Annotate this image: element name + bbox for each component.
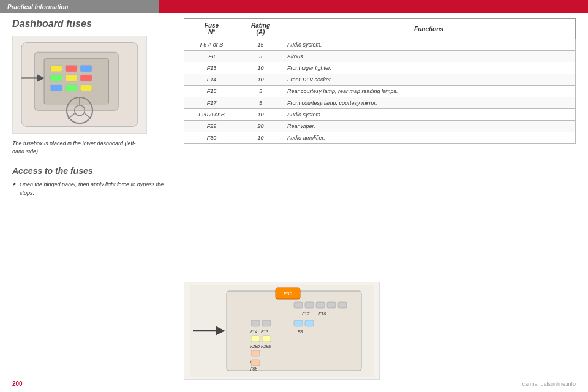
svg-rect-11 bbox=[80, 85, 92, 91]
table-row: F175Front courtesy lamp, courtesy mirror… bbox=[184, 97, 576, 109]
fuse-table-container: FuseN° Rating(A) Functions F6 A or B15Au… bbox=[184, 18, 576, 144]
cell-functions: Rear wiper. bbox=[282, 121, 576, 132]
cell-rating: 20 bbox=[239, 121, 282, 132]
cell-functions: Front courtesy lamp, courtesy mirror. bbox=[282, 97, 576, 109]
cell-rating: 15 bbox=[239, 39, 282, 51]
svg-rect-38 bbox=[262, 336, 271, 342]
cell-fuse: F13 bbox=[184, 62, 239, 74]
cell-functions: Audio system. bbox=[282, 109, 576, 121]
table-row: F6 A or B15Audio system. bbox=[184, 39, 576, 51]
cell-rating: 10 bbox=[239, 62, 282, 74]
table-header-row: FuseN° Rating(A) Functions bbox=[184, 19, 576, 39]
table-row: F20 A or B10Audio system. bbox=[184, 109, 576, 121]
cell-fuse: F14 bbox=[184, 74, 239, 86]
top-bar: Practical Information bbox=[0, 0, 588, 13]
svg-text:F28a: F28a bbox=[261, 344, 271, 349]
svg-rect-31 bbox=[294, 320, 303, 326]
svg-rect-32 bbox=[305, 320, 314, 326]
svg-text:F30: F30 bbox=[284, 291, 292, 296]
cell-rating: 10 bbox=[239, 74, 282, 86]
table-row: F85Airous. bbox=[184, 51, 576, 62]
svg-rect-29 bbox=[251, 320, 260, 326]
col-functions-header: Functions bbox=[282, 19, 576, 39]
cell-fuse: F17 bbox=[184, 97, 239, 109]
bottom-fuse-diagram: F30 F17 F16 F14 F13 F8 F28b F28a F6a F6b bbox=[190, 285, 374, 377]
page-number: 200 bbox=[12, 380, 23, 387]
cell-fuse: F6 A or B bbox=[184, 39, 239, 51]
svg-rect-6 bbox=[51, 75, 62, 81]
left-column: Dashboard fuses bbox=[12, 18, 172, 199]
svg-text:F17: F17 bbox=[302, 312, 310, 316]
cell-functions: Audio system. bbox=[282, 39, 576, 51]
table-row: F2920Rear wiper. bbox=[184, 121, 576, 132]
col-rating-header: Rating(A) bbox=[239, 19, 282, 39]
svg-rect-30 bbox=[262, 320, 271, 326]
cell-fuse: F15 bbox=[184, 86, 239, 97]
fuse-image-caption: The fusebox is placed in the lower dashb… bbox=[12, 140, 147, 155]
accent-bar bbox=[159, 0, 588, 13]
svg-rect-9 bbox=[51, 85, 62, 91]
fuse-box-illustration bbox=[13, 36, 146, 133]
bottom-website: carmanualsonline.info bbox=[522, 381, 576, 387]
access-bullet-list: Open the hinged panel, then apply light … bbox=[12, 181, 172, 197]
access-bullet-item: Open the hinged panel, then apply light … bbox=[12, 181, 172, 197]
svg-rect-22 bbox=[294, 302, 303, 308]
cell-functions: Airous. bbox=[282, 51, 576, 62]
svg-rect-26 bbox=[338, 302, 347, 308]
cell-rating: 10 bbox=[239, 109, 282, 121]
svg-rect-42 bbox=[251, 360, 260, 366]
table-row: F1310Front cigar lighter. bbox=[184, 62, 576, 74]
svg-text:F13: F13 bbox=[261, 330, 268, 334]
svg-text:F16: F16 bbox=[318, 312, 326, 316]
cell-fuse: F20 A or B bbox=[184, 109, 239, 121]
svg-rect-25 bbox=[327, 302, 336, 308]
svg-rect-8 bbox=[80, 75, 92, 81]
table-row: F1410Front 12 V socket. bbox=[184, 74, 576, 86]
table-row: F3010Audio amplifier. bbox=[184, 132, 576, 144]
svg-text:F6b: F6b bbox=[250, 367, 257, 371]
svg-rect-4 bbox=[66, 65, 77, 72]
bottom-diagram: F30 F17 F16 F14 F13 F8 F28b F28a F6a F6b bbox=[184, 282, 380, 380]
cell-rating: 5 bbox=[239, 97, 282, 109]
svg-text:F14: F14 bbox=[250, 330, 257, 334]
svg-rect-23 bbox=[305, 302, 314, 308]
fuse-image-box bbox=[12, 36, 147, 134]
fuse-table-body: F6 A or B15Audio system.F85Airous.F1310F… bbox=[184, 39, 576, 144]
cell-fuse: F30 bbox=[184, 132, 239, 144]
fuse-table: FuseN° Rating(A) Functions F6 A or B15Au… bbox=[184, 18, 576, 144]
cell-rating: 5 bbox=[239, 51, 282, 62]
svg-rect-3 bbox=[51, 65, 62, 72]
cell-fuse: F29 bbox=[184, 121, 239, 132]
cell-functions: Front cigar lighter. bbox=[282, 62, 576, 74]
svg-rect-24 bbox=[316, 302, 325, 308]
table-row: F155Rear courtesy lamp, rear map reading… bbox=[184, 86, 576, 97]
col-fuse-header: FuseN° bbox=[184, 19, 239, 39]
cell-rating: 5 bbox=[239, 86, 282, 97]
cell-functions: Audio amplifier. bbox=[282, 132, 576, 144]
svg-rect-7 bbox=[66, 75, 77, 81]
svg-rect-36 bbox=[251, 336, 260, 342]
svg-text:F8: F8 bbox=[298, 330, 303, 334]
svg-text:F28b: F28b bbox=[250, 344, 260, 349]
dashboard-fuses-title: Dashboard fuses bbox=[12, 18, 172, 29]
svg-rect-40 bbox=[251, 350, 260, 356]
cell-functions: Front 12 V socket. bbox=[282, 74, 576, 86]
svg-rect-10 bbox=[66, 85, 77, 91]
section-label: Practical Information bbox=[7, 4, 68, 10]
svg-rect-5 bbox=[80, 65, 92, 72]
cell-rating: 10 bbox=[239, 132, 282, 144]
access-title: Access to the fuses bbox=[12, 166, 172, 176]
section-label-bg: Practical Information bbox=[0, 0, 159, 13]
cell-fuse: F8 bbox=[184, 51, 239, 62]
cell-functions: Rear courtesy lamp, rear map reading lam… bbox=[282, 86, 576, 97]
